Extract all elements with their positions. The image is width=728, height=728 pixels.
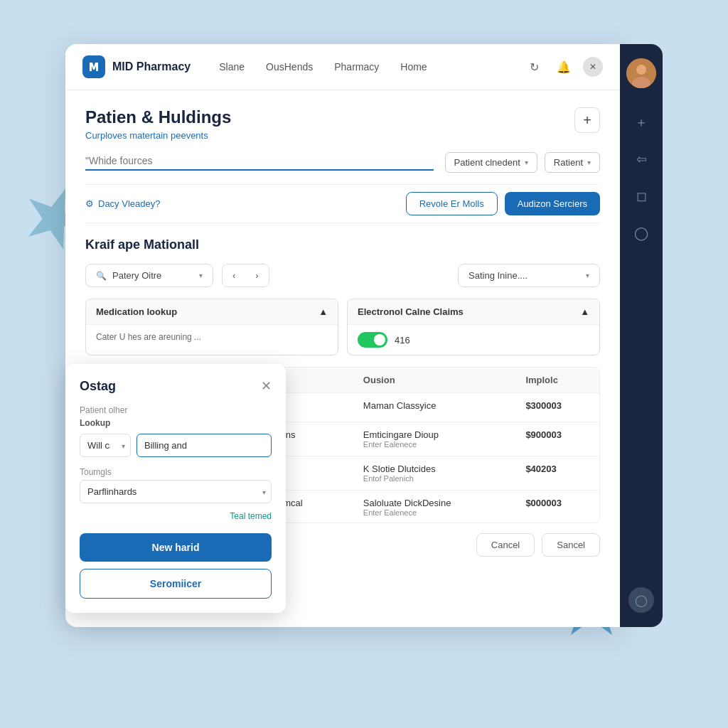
action-label-text: Dacy Vleadey? <box>98 198 160 209</box>
page-subtitle: Curploves matertain peevents <box>85 130 231 141</box>
search-bar-row: Patient clnedent ▾ Ratient ▾ <box>85 152 600 173</box>
claims-panel: Electronol Calne Claims ▲ 416 <box>347 299 600 355</box>
claims-toggle[interactable] <box>358 332 387 348</box>
chevron-up-icon-2: ▲ <box>580 306 589 317</box>
cancel-button[interactable]: Cancel <box>476 533 535 557</box>
dialog-select-wrapper: Will calees ▾ <box>80 434 131 457</box>
search-text-wrapper <box>85 155 434 171</box>
toggle-label: 416 <box>395 335 410 346</box>
nav-link-pharmacy[interactable]: Pharmacy <box>334 61 379 73</box>
sidebar-back-icon[interactable]: ⇦ <box>631 149 651 169</box>
claims-panel-title: Electronol Calne Claims <box>358 306 464 317</box>
logo-icon <box>82 55 105 78</box>
chevron-up-icon: ▲ <box>318 306 328 317</box>
chevron-down-icon-4: ▾ <box>586 272 589 279</box>
dialog-select-2-wrapper: Parflinhards ▾ <box>80 480 272 503</box>
toggle-container: 416 <box>358 332 589 348</box>
cell-amount-2: $900003 <box>517 422 599 456</box>
medication-lookup-header[interactable]: Medication lookup ▲ <box>86 299 338 325</box>
cell-ousion-line2-3: Entof Palenich <box>363 474 509 483</box>
cell-amount-3: $40203 <box>517 456 599 491</box>
search-dropdown[interactable]: 🔍 Patery Oitre ▾ <box>85 264 213 287</box>
medication-lookup-title: Medication lookup <box>96 306 177 317</box>
nav-logo: MID Pharmacy <box>82 55 191 78</box>
cell-ousion-1: Maman Classyice <box>355 393 518 422</box>
dialog-select-1[interactable]: Will calees <box>80 434 131 457</box>
dialog-field3-label: Toumgls <box>80 467 272 477</box>
filter-pills: Patient clnedent ▾ Ratient ▾ <box>445 152 600 173</box>
cell-amount-4: $000003 <box>517 491 599 524</box>
claims-panel-body: 416 <box>348 325 599 355</box>
cell-ousion-3: K Slotie Dlutcides Entof Palenich <box>355 456 518 491</box>
search-input[interactable] <box>85 155 434 171</box>
dialog-secondary-button[interactable]: Seromiicer <box>80 569 272 599</box>
sidebar-bottom-icon: ◯ <box>635 594 648 607</box>
dialog-select-2[interactable]: Parflinhards <box>80 480 272 503</box>
dialog-actions: New harid Seromiicer <box>80 533 272 599</box>
teal-link[interactable]: Teal temed <box>230 511 272 521</box>
save-button[interactable]: Sancel <box>542 533 600 557</box>
nav-link-oushends[interactable]: OusHends <box>266 61 313 73</box>
next-page-button[interactable]: › <box>245 264 268 287</box>
cell-ousion-4: Saloluate DickDesine Enter Ealenece <box>355 491 518 524</box>
page-header-text: Patien & Huldings Curploves matertain pe… <box>85 107 231 141</box>
chevron-down-icon: ▾ <box>525 159 528 166</box>
action-row: ⚙ Dacy Vleadey? Revole Er Molls Audizon … <box>85 184 600 223</box>
section-title: Kraif ape Mationall <box>85 237 600 252</box>
cell-ousion-line2-2: Enter Ealenece <box>363 440 509 449</box>
page-header: Patien & Huldings Curploves matertain pe… <box>85 107 600 141</box>
sidebar-user-icon[interactable]: ◯ <box>631 223 651 243</box>
nav-link-home[interactable]: Home <box>400 61 427 73</box>
dialog-field2-label: Lookup <box>80 418 272 428</box>
sort-dropdown[interactable]: Sating Inine.... ▾ <box>458 264 600 287</box>
floating-dialog: Ostag ✕ Patient olher Lookup Will calees… <box>65 364 286 613</box>
medication-lookup-panel: Medication lookup ▲ Cater U hes are areu… <box>85 299 338 355</box>
dialog-primary-button[interactable]: New harid <box>80 533 272 562</box>
action-label: ⚙ Dacy Vleadey? <box>85 198 160 209</box>
right-sidebar: ＋ ⇦ ◻ ◯ ◯ <box>620 44 663 627</box>
dialog-input-row: Will calees ▾ <box>80 434 272 457</box>
sidebar-add-icon[interactable]: ＋ <box>631 112 651 132</box>
claims-panel-header[interactable]: Electronol Calne Claims ▲ <box>348 299 599 325</box>
dialog-title: Ostag <box>80 379 116 394</box>
chevron-down-icon-2: ▾ <box>587 159 591 166</box>
chevron-down-icon-3: ▾ <box>199 272 203 279</box>
cell-ousion-line2-4: Enter Ealenece <box>363 508 509 517</box>
cell-amount-1: $300003 <box>517 393 599 422</box>
sidebar-bottom-user[interactable]: ◯ <box>628 587 654 613</box>
pagination-buttons: ‹ › <box>222 264 269 287</box>
filter-ratient[interactable]: Ratient ▾ <box>545 152 600 173</box>
revole-button[interactable]: Revole Er Molls <box>406 192 498 215</box>
cell-ousion-2: Emticingare Dioup Enter Ealenece <box>355 422 518 456</box>
top-nav: MID Pharmacy Slane OusHends Pharmacy Hom… <box>65 44 620 90</box>
lookup-panels: Medication lookup ▲ Cater U hes are areu… <box>85 299 600 355</box>
nav-links: Slane OusHends Pharmacy Home <box>219 61 523 73</box>
cell-ousion-line1-2: Emticingare Dioup <box>363 429 509 440</box>
add-button[interactable]: + <box>574 107 600 133</box>
user-avatar[interactable] <box>626 58 656 88</box>
cell-ousion-line1-1: Maman Classyice <box>363 400 509 411</box>
dialog-billing-input[interactable] <box>136 434 272 457</box>
action-buttons: Revole Er Molls Audizon Serciers <box>406 192 600 215</box>
nav-link-slane[interactable]: Slane <box>219 61 245 73</box>
dialog-field1-label: Patient olher <box>80 405 272 415</box>
refresh-icon[interactable]: ↻ <box>523 56 545 77</box>
table-footer-buttons: Cancel Sancel <box>476 533 600 557</box>
medication-lookup-body: Cater U hes are areuning ... <box>86 325 338 349</box>
svg-point-1 <box>636 65 646 75</box>
nav-actions: ↻ 🔔 ✕ <box>523 56 603 77</box>
dialog-close-button[interactable]: ✕ <box>261 378 272 394</box>
col-header-ousion: Ousion <box>355 368 518 393</box>
audzizon-button[interactable]: Audizon Serciers <box>505 192 600 215</box>
cell-ousion-line1-4: Saloluate DickDesine <box>363 498 509 508</box>
close-button[interactable]: ✕ <box>583 57 603 77</box>
page-title: Patien & Huldings <box>85 107 231 127</box>
cell-ousion-line1-3: K Slotie Dlutcides <box>363 464 509 474</box>
prev-page-button[interactable]: ‹ <box>223 264 245 287</box>
filter-row: 🔍 Patery Oitre ▾ ‹ › Sating Inine.... ▾ <box>85 264 600 287</box>
medication-lookup-text: Cater U hes are areuning ... <box>96 332 201 342</box>
app-title: MID Pharmacy <box>112 60 191 73</box>
filter-patient[interactable]: Patient clnedent ▾ <box>445 152 537 173</box>
bell-icon[interactable]: 🔔 <box>553 56 574 77</box>
sidebar-chat-icon[interactable]: ◻ <box>631 186 651 206</box>
